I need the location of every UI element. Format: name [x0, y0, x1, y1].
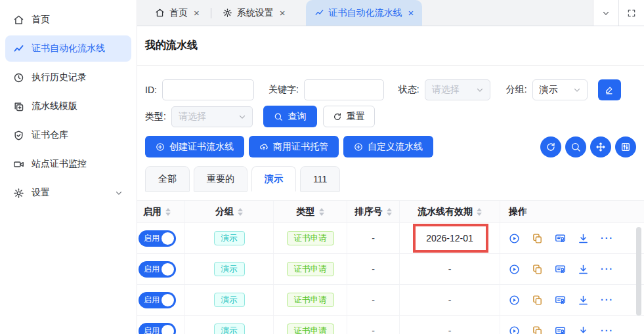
run-button[interactable] — [509, 295, 520, 306]
more-actions-button[interactable]: ··· — [601, 233, 614, 243]
view-tab-label: 演示 — [265, 173, 283, 185]
certificate-icon — [555, 325, 566, 334]
filter-form: ID: 关键字: 状态: 请选择 分组: 演示 — [145, 66, 636, 127]
header-label: 排序号 — [355, 206, 383, 218]
enable-toggle[interactable]: 启用 — [139, 323, 176, 334]
sidebar-item-templates[interactable]: 流水线模版 — [5, 93, 131, 119]
fullscreen-button[interactable] — [618, 0, 644, 26]
enable-toggle[interactable]: 启用 — [139, 292, 176, 308]
copy-button[interactable] — [532, 295, 543, 306]
table-scrollbar[interactable] — [636, 227, 641, 316]
view-tab-important[interactable]: 重要的 — [194, 166, 247, 192]
chevron-down-icon — [114, 188, 123, 198]
edit-group-button[interactable] — [598, 79, 621, 100]
copy-button[interactable] — [532, 325, 543, 334]
group-select[interactable]: 演示 — [532, 79, 588, 100]
table-header-row: 启用 分组 类型 排序号 流水线有效期 操作 — [137, 200, 644, 223]
tab-list-dropdown-button[interactable] — [593, 0, 618, 26]
download-button[interactable] — [578, 295, 589, 306]
keyword-input[interactable] — [304, 79, 384, 100]
sidebar-item-settings[interactable]: 设置 — [5, 180, 131, 206]
query-button-label: 查询 — [288, 111, 306, 123]
move-button[interactable] — [590, 136, 611, 157]
commercial-cert-button[interactable]: 商用证书托管 — [249, 136, 339, 157]
plus-circle-icon — [354, 142, 363, 152]
tab-cert-pipelines[interactable]: 证书自动化流水线 × — [306, 0, 423, 26]
page-title: 我的流水线 — [145, 39, 198, 52]
refresh-table-button[interactable] — [540, 136, 561, 157]
close-icon[interactable]: × — [280, 8, 286, 18]
line-chart-icon — [13, 43, 24, 54]
sidebar-item-home[interactable]: 首页 — [5, 7, 131, 33]
search-toggle-button[interactable] — [565, 136, 586, 157]
create-pipeline-button[interactable]: 创建证书流水线 — [145, 136, 244, 157]
copy-button[interactable] — [532, 264, 543, 275]
sidebar-item-label: 设置 — [32, 187, 107, 199]
group-tag: 演示 — [214, 324, 245, 334]
sidebar-item-pipelines[interactable]: 证书自动化流水线 — [5, 35, 131, 62]
sidebar-item-cert-repo[interactable]: 证书仓库 — [5, 122, 131, 148]
download-button[interactable] — [578, 264, 589, 275]
tab-system-settings[interactable]: 系统设置 × — [214, 0, 294, 26]
run-button[interactable] — [509, 264, 520, 275]
sort-value: - — [372, 295, 375, 305]
sidebar-item-history[interactable]: 执行历史记录 — [5, 64, 131, 91]
close-icon[interactable]: × — [408, 8, 414, 18]
camera-icon — [13, 159, 24, 170]
status-select[interactable]: 请选择 — [425, 79, 490, 100]
sort-icons[interactable] — [238, 208, 243, 216]
sort-icons[interactable] — [319, 208, 324, 216]
certificate-button[interactable] — [555, 325, 566, 334]
download-button[interactable] — [578, 233, 589, 244]
type-select[interactable]: 请选择 — [171, 106, 253, 127]
sort-icons[interactable] — [387, 208, 392, 216]
header-type[interactable]: 类型 — [274, 201, 347, 222]
run-button[interactable] — [509, 325, 520, 334]
type-tag: 证书申请 — [287, 231, 334, 246]
view-tab-all[interactable]: 全部 — [145, 166, 190, 192]
enable-toggle[interactable]: 启用 — [139, 261, 176, 278]
id-input[interactable] — [162, 79, 254, 100]
certificate-button[interactable] — [555, 264, 566, 275]
reset-button[interactable]: 重置 — [323, 106, 375, 127]
custom-pipeline-button[interactable]: 自定义流水线 — [343, 136, 433, 157]
download-button[interactable] — [578, 325, 589, 334]
gear-icon — [223, 8, 232, 18]
header-sort[interactable]: 排序号 — [347, 201, 400, 222]
cell-type: 证书申请 — [274, 223, 347, 253]
cell-operations: ··· — [500, 254, 644, 284]
cell-enable: 启用 — [137, 285, 185, 315]
more-actions-button[interactable]: ··· — [601, 325, 614, 334]
view-tab-demo[interactable]: 演示 — [251, 166, 296, 192]
gear-icon — [13, 188, 24, 199]
cell-group: 演示 — [185, 285, 274, 315]
app-window: 首页 证书自动化流水线 执行历史记录 流水线模版 证书仓库 站点证书监控 设置 — [0, 0, 644, 334]
query-button[interactable]: 查询 — [263, 106, 317, 127]
table-row: 启用 演示 证书申请 - 2026-12-01 ··· — [137, 223, 644, 254]
tab-home[interactable]: 首页 × — [146, 0, 208, 26]
table-row: 启用 演示 证书申请 - - ··· — [137, 254, 644, 285]
expiry-value: - — [448, 325, 452, 334]
enable-toggle[interactable]: 启用 — [139, 230, 176, 247]
header-expiry[interactable]: 流水线有效期 — [400, 201, 500, 222]
toggle-label: 启用 — [144, 295, 160, 306]
certificate-button[interactable] — [555, 295, 566, 306]
edit-pencil-icon — [605, 85, 614, 94]
copy-icon — [532, 325, 543, 334]
copy-button[interactable] — [532, 233, 543, 244]
filter-row-1: ID: 关键字: 状态: 请选择 分组: 演示 — [145, 79, 636, 100]
sort-icons[interactable] — [165, 208, 171, 216]
close-icon[interactable]: × — [194, 8, 200, 18]
more-actions-button[interactable]: ··· — [601, 295, 614, 305]
certificate-button[interactable] — [555, 233, 566, 244]
more-actions-button[interactable]: ··· — [601, 264, 614, 274]
fullscreen-icon — [627, 9, 636, 18]
sort-icons[interactable] — [477, 208, 482, 216]
column-settings-button[interactable] — [615, 136, 636, 157]
header-group[interactable]: 分组 — [185, 201, 274, 222]
run-button[interactable] — [509, 233, 520, 244]
header-enable[interactable]: 启用 — [137, 201, 185, 222]
view-tab-111[interactable]: 111 — [300, 166, 340, 192]
sidebar-item-site-monitor[interactable]: 站点证书监控 — [5, 151, 131, 177]
cell-expiry: 2026-12-01 — [400, 223, 500, 253]
